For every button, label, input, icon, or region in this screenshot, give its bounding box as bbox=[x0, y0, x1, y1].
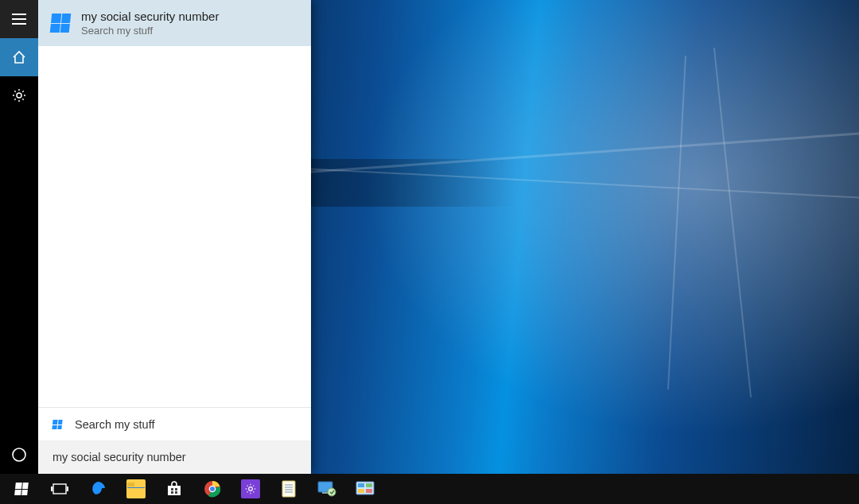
control-panel-icon bbox=[356, 479, 375, 498]
svg-rect-42 bbox=[358, 483, 364, 487]
svg-rect-12 bbox=[67, 487, 68, 491]
results-empty-area bbox=[38, 46, 311, 407]
svg-rect-19 bbox=[171, 491, 173, 494]
search-input[interactable] bbox=[52, 451, 297, 463]
cortana-circle-icon bbox=[11, 447, 27, 463]
taskbar-app-store[interactable] bbox=[156, 474, 192, 504]
store-icon bbox=[165, 479, 184, 498]
folder-icon bbox=[126, 479, 146, 498]
gear-icon bbox=[12, 88, 26, 103]
rail-hamburger-button[interactable] bbox=[0, 0, 38, 38]
rail-settings-button[interactable] bbox=[0, 76, 38, 114]
windows-logo-icon bbox=[52, 420, 62, 429]
start-button[interactable] bbox=[3, 474, 40, 504]
svg-line-32 bbox=[253, 486, 254, 487]
task-view-icon bbox=[51, 483, 68, 495]
home-icon bbox=[12, 50, 26, 64]
search-input-row bbox=[38, 440, 311, 474]
svg-rect-33 bbox=[282, 481, 295, 497]
svg-point-24 bbox=[249, 487, 253, 491]
svg-point-23 bbox=[210, 487, 215, 491]
taskbar-app-file-explorer[interactable] bbox=[118, 474, 154, 504]
cortana-search-flyout: my social security number Search my stuf… bbox=[0, 0, 311, 474]
svg-line-31 bbox=[247, 491, 248, 492]
notepad-icon bbox=[279, 479, 298, 498]
search-my-stuff-button[interactable]: Search my stuff bbox=[38, 407, 311, 440]
taskbar-app-settings[interactable] bbox=[232, 474, 269, 504]
svg-line-8 bbox=[22, 91, 23, 91]
search-result-subtitle: Search my stuff bbox=[81, 25, 219, 37]
monitor-icon bbox=[317, 479, 336, 498]
svg-line-30 bbox=[253, 491, 254, 492]
svg-line-29 bbox=[247, 486, 248, 487]
svg-rect-18 bbox=[175, 488, 177, 490]
svg-rect-17 bbox=[171, 488, 173, 490]
windows-logo-icon bbox=[51, 14, 70, 33]
svg-point-40 bbox=[328, 488, 336, 496]
svg-point-0 bbox=[17, 93, 21, 98]
svg-rect-14 bbox=[127, 483, 134, 487]
search-result-title: my social security number bbox=[81, 10, 219, 23]
svg-rect-15 bbox=[127, 487, 145, 488]
task-view-button[interactable] bbox=[41, 474, 78, 504]
edge-icon bbox=[88, 479, 107, 498]
taskbar-app-edge[interactable] bbox=[80, 474, 116, 504]
search-my-stuff-label: Search my stuff bbox=[75, 418, 154, 431]
svg-line-7 bbox=[14, 99, 15, 99]
rail-home-button[interactable] bbox=[0, 38, 38, 76]
windows-logo-icon bbox=[15, 483, 28, 495]
taskbar-app-notepad[interactable] bbox=[270, 474, 307, 504]
svg-rect-10 bbox=[53, 484, 66, 494]
taskbar-app-chrome[interactable] bbox=[194, 474, 231, 504]
svg-rect-11 bbox=[51, 487, 52, 491]
svg-rect-45 bbox=[366, 489, 372, 493]
svg-rect-16 bbox=[168, 486, 181, 495]
svg-point-9 bbox=[13, 448, 25, 461]
rail-cortana-button[interactable] bbox=[0, 436, 38, 474]
svg-line-6 bbox=[22, 99, 23, 99]
svg-line-5 bbox=[14, 91, 15, 91]
svg-rect-43 bbox=[366, 483, 372, 487]
taskbar-app-control-panel[interactable] bbox=[347, 474, 383, 504]
cortana-rail bbox=[0, 0, 38, 474]
taskbar bbox=[0, 474, 859, 504]
hamburger-icon bbox=[12, 14, 26, 25]
taskbar-app-remote-desktop[interactable] bbox=[309, 474, 345, 504]
svg-rect-20 bbox=[175, 491, 177, 494]
chrome-icon bbox=[203, 479, 222, 498]
svg-rect-44 bbox=[358, 489, 364, 493]
settings-app-icon bbox=[241, 479, 260, 498]
search-result-item[interactable]: my social security number Search my stuf… bbox=[38, 0, 311, 46]
cortana-panel: my social security number Search my stuf… bbox=[38, 0, 311, 474]
